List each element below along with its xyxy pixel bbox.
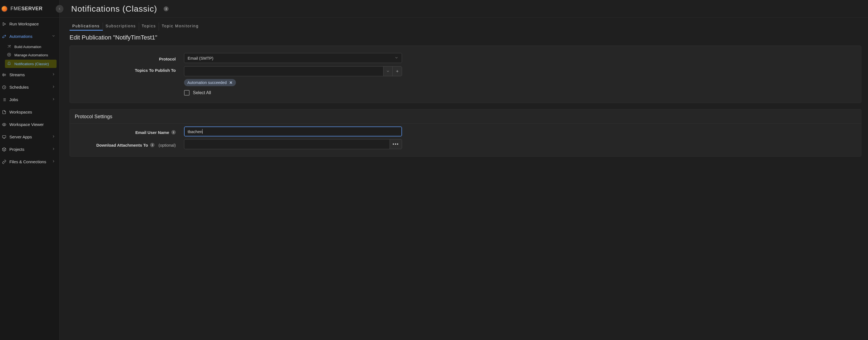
info-icon[interactable]: i [150, 143, 155, 147]
download-attachments-label: Download Attachments To i (optional) [74, 141, 184, 147]
eye-icon [2, 122, 7, 127]
nav-label: Notifications (Classic) [14, 62, 49, 66]
protocol-settings-heading: Protocol Settings [70, 113, 861, 124]
nav-label: Manage Automations [14, 53, 48, 57]
svg-point-1 [8, 54, 10, 55]
nav-streams[interactable]: Streams [0, 68, 59, 81]
sidebar: FMESERVER Run Workspace Automations Buil… [0, 0, 60, 340]
bell-icon [7, 62, 11, 66]
tab-subscriptions[interactable]: Subscriptions [103, 23, 139, 31]
tabs: Publications Subscriptions Topics Topic … [60, 18, 868, 33]
file-icon [2, 110, 7, 114]
chevron-down-icon [395, 56, 398, 60]
download-attachments-input[interactable] [184, 139, 390, 149]
nav-label: Projects [9, 147, 24, 152]
email-user-input[interactable]: tbachen [184, 126, 402, 137]
automations-icon [2, 34, 7, 39]
email-user-value: tbachen [188, 129, 202, 134]
nav-workspaces[interactable]: Workspaces [0, 106, 59, 118]
nav-files-connections[interactable]: Files & Connections [0, 155, 59, 168]
nav-schedules[interactable]: Schedules [0, 81, 59, 93]
svg-rect-10 [2, 135, 6, 138]
select-all-label: Select All [193, 90, 211, 95]
nav-workspace-viewer[interactable]: Workspace Viewer [0, 118, 59, 131]
sidebar-collapse-button[interactable] [56, 5, 63, 13]
chevron-down-icon [52, 34, 56, 39]
protocol-select[interactable]: Email (SMTP) [184, 53, 402, 63]
nav-label: Server Apps [9, 135, 32, 139]
chevron-right-icon [52, 73, 56, 77]
topics-add-button[interactable] [393, 66, 402, 76]
browse-button[interactable]: ••• [390, 139, 402, 149]
protocol-label: Protocol [74, 55, 184, 61]
topic-chip: Automation succeeded ✕ [184, 79, 236, 86]
page-title: Notifications (Classic) [71, 4, 157, 13]
tab-publications[interactable]: Publications [69, 23, 103, 31]
brand-thin: FME [10, 6, 22, 11]
svg-marker-0 [3, 22, 5, 25]
nav-build-automation[interactable]: Build Automation [0, 42, 59, 51]
svg-point-9 [4, 124, 5, 125]
nav-jobs[interactable]: Jobs [0, 93, 59, 106]
clock-icon [2, 85, 7, 89]
email-user-label: Email User Name i [74, 129, 184, 135]
nav-label: Streams [9, 73, 25, 77]
gear-icon [7, 53, 11, 57]
list-icon [2, 97, 7, 102]
help-icon[interactable]: i [164, 6, 168, 11]
link-icon [2, 160, 7, 164]
info-icon[interactable]: i [171, 130, 176, 135]
protocol-settings-panel: Protocol Settings Email User Name i tbac… [69, 109, 861, 157]
brand-text: FMESERVER [10, 6, 42, 11]
text-cursor [202, 129, 203, 134]
nav-label: Workspace Viewer [9, 122, 44, 127]
chevron-right-icon [52, 97, 56, 102]
topbar: Notifications (Classic) i [60, 0, 868, 18]
nav-manage-automations[interactable]: Manage Automations [0, 51, 59, 59]
tab-topic-monitoring[interactable]: Topic Monitoring [159, 23, 202, 31]
nav-automations[interactable]: Automations [0, 30, 59, 42]
topics-label: Topics To Publish To [74, 66, 184, 73]
publication-panel: Protocol Email (SMTP) Topics To Publish … [69, 46, 861, 103]
topics-dropdown-button[interactable] [383, 66, 393, 76]
brand-logo-icon [1, 5, 8, 12]
shuffle-icon [7, 45, 11, 49]
nav-label: Jobs [9, 97, 18, 102]
brand-bold: SERVER [22, 6, 43, 11]
chip-remove-icon[interactable]: ✕ [229, 80, 232, 85]
protocol-value: Email (SMTP) [188, 56, 213, 60]
topics-input[interactable] [184, 66, 383, 76]
nav-label: Run Workspace [9, 22, 39, 26]
select-all-checkbox[interactable] [184, 90, 190, 95]
devices-icon [2, 135, 7, 139]
chevron-right-icon [52, 85, 56, 89]
nav-label: Workspaces [9, 110, 32, 114]
nav-label: Build Automation [14, 45, 41, 49]
nav-label: Schedules [9, 85, 29, 89]
nav-run-workspace[interactable]: Run Workspace [0, 18, 59, 30]
chip-label: Automation succeeded [187, 80, 226, 85]
nav-label: Automations [9, 34, 32, 39]
chevron-right-icon [52, 159, 56, 164]
optional-text: (optional) [158, 143, 176, 147]
tab-topics[interactable]: Topics [139, 23, 159, 31]
edit-publication-heading: Edit Publication "NotifyTimTest1" [60, 33, 868, 45]
box-icon [2, 147, 7, 152]
nav-label: Files & Connections [9, 159, 46, 164]
main-content: Notifications (Classic) i Publications S… [60, 0, 868, 340]
chevron-right-icon [52, 147, 56, 152]
play-icon [2, 22, 7, 26]
chevron-right-icon [52, 135, 56, 139]
nav-server-apps[interactable]: Server Apps [0, 131, 59, 143]
nav-notifications-classic[interactable]: Notifications (Classic) [5, 60, 57, 68]
streams-icon [2, 73, 7, 77]
brand-logo: FMESERVER [0, 0, 59, 18]
nav-projects[interactable]: Projects [0, 143, 59, 155]
